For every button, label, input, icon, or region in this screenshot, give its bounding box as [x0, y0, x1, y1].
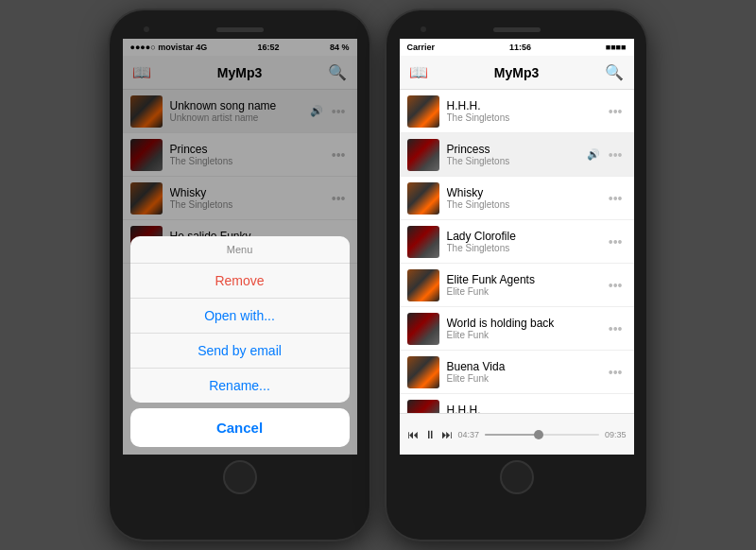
- right-more-btn-6[interactable]: •••: [605, 319, 627, 338]
- right-more-btn-2[interactable]: •••: [605, 146, 627, 164]
- right-song-item-2[interactable]: Princess The Singletons 🔊 •••: [400, 133, 634, 177]
- open-with-button[interactable]: Open with...: [130, 299, 350, 334]
- right-song-artist-2: The Singletons: [447, 156, 587, 166]
- left-phone: ●●●●○ movistar 4G 16:52 84 % 📖 MyMp3 🔍 U…: [110, 10, 369, 540]
- right-screen: Carrier 11:56 ■■■■ 📖 MyMp3 🔍 H.H.H. The …: [400, 39, 634, 455]
- right-song-artist-7: Elite Funk: [447, 373, 605, 384]
- pause-button[interactable]: ⏸: [424, 428, 436, 441]
- right-battery: ■■■■: [606, 43, 627, 52]
- remove-button[interactable]: Remove: [130, 264, 350, 299]
- player-bar: ⏮ ⏸ ⏭ 04:37 09:35: [400, 413, 634, 455]
- right-song-info-3: Whisky The Singletons: [447, 186, 605, 210]
- right-nav-title: MyMp3: [494, 65, 539, 80]
- right-song-name-4: Lady Clorofile: [447, 230, 605, 243]
- right-song-name-6: World is holding back: [447, 317, 605, 330]
- rename-button[interactable]: Rename...: [130, 369, 350, 403]
- right-song-name-5: Elite Funk Agents: [447, 273, 605, 286]
- right-song-info-4: Lady Clorofile The Singletons: [447, 230, 605, 253]
- right-thumb-7: [407, 356, 439, 388]
- cancel-button[interactable]: Cancel: [130, 408, 350, 447]
- right-thumb-2: [407, 139, 439, 171]
- forward-button[interactable]: ⏭: [441, 428, 453, 441]
- right-song-info-6: World is holding back Elite Funk: [447, 317, 605, 340]
- right-thumb-6: [407, 313, 439, 345]
- right-phone: Carrier 11:56 ■■■■ 📖 MyMp3 🔍 H.H.H. The …: [387, 10, 646, 540]
- left-home-button[interactable]: [223, 460, 257, 494]
- right-speaker-icon-2: 🔊: [587, 148, 600, 161]
- right-more-btn-3[interactable]: •••: [605, 189, 627, 208]
- right-thumb-5: [407, 269, 439, 301]
- right-status-bar: Carrier 11:56 ■■■■: [400, 39, 634, 56]
- right-song-name-2: Princess: [447, 143, 587, 156]
- right-song-artist-5: Elite Funk: [447, 286, 605, 297]
- right-song-item-3[interactable]: Whisky The Singletons •••: [400, 177, 634, 220]
- modal-overlay: Menu Remove Open with... Send by email R…: [123, 39, 357, 455]
- right-song-artist-3: The Singletons: [447, 199, 605, 210]
- right-phone-top-bar: [392, 20, 641, 39]
- right-carrier: Carrier: [407, 43, 436, 52]
- action-sheet-title: Menu: [130, 236, 350, 264]
- right-song-artist-1: The Singletons: [447, 112, 605, 123]
- left-speaker: [216, 27, 264, 32]
- right-song-name-3: Whisky: [447, 186, 605, 199]
- right-song-item-6[interactable]: World is holding back Elite Funk •••: [400, 307, 634, 351]
- rewind-button[interactable]: ⏮: [407, 428, 419, 441]
- right-song-actions-2: 🔊 •••: [587, 146, 627, 164]
- right-song-list: H.H.H. The Singletons ••• Princess The S…: [400, 90, 634, 447]
- send-email-button[interactable]: Send by email: [130, 334, 350, 369]
- right-song-info-7: Buena Vida Elite Funk: [447, 360, 605, 384]
- right-thumb-1: [407, 95, 439, 128]
- right-thumb-3: [407, 182, 439, 215]
- left-camera: [144, 26, 149, 32]
- right-song-name-1: H.H.H.: [447, 99, 605, 112]
- right-search-icon[interactable]: 🔍: [605, 63, 624, 81]
- right-more-btn-4[interactable]: •••: [605, 232, 627, 251]
- right-book-icon[interactable]: 📖: [409, 63, 428, 81]
- progress-fill: [485, 434, 539, 436]
- right-nav-bar: 📖 MyMp3 🔍: [400, 56, 634, 90]
- right-song-artist-4: The Singletons: [447, 243, 605, 253]
- total-time: 09:35: [605, 430, 627, 439]
- progress-thumb: [534, 430, 543, 439]
- right-song-item-1[interactable]: H.H.H. The Singletons •••: [400, 90, 634, 133]
- right-song-info-2: Princess The Singletons: [447, 143, 587, 166]
- progress-bar[interactable]: [485, 434, 599, 436]
- right-speaker: [493, 27, 541, 32]
- right-more-btn-5[interactable]: •••: [605, 276, 627, 295]
- right-more-btn-1[interactable]: •••: [605, 102, 627, 121]
- right-song-name-7: Buena Vida: [447, 360, 605, 373]
- right-more-btn-7[interactable]: •••: [605, 363, 627, 382]
- right-song-item-4[interactable]: Lady Clorofile The Singletons •••: [400, 220, 634, 264]
- right-song-item-7[interactable]: Buena Vida Elite Funk •••: [400, 351, 634, 394]
- right-song-info-5: Elite Funk Agents Elite Funk: [447, 273, 605, 297]
- right-song-artist-6: Elite Funk: [447, 330, 605, 340]
- right-camera: [421, 26, 426, 32]
- current-time: 04:37: [458, 430, 480, 439]
- right-home-button[interactable]: [500, 460, 534, 494]
- right-time: 11:56: [509, 43, 531, 52]
- left-screen: ●●●●○ movistar 4G 16:52 84 % 📖 MyMp3 🔍 U…: [123, 39, 357, 455]
- right-song-item-5[interactable]: Elite Funk Agents Elite Funk •••: [400, 264, 634, 307]
- action-sheet: Menu Remove Open with... Send by email R…: [130, 236, 350, 403]
- left-phone-top-bar: [115, 20, 364, 39]
- right-song-info-1: H.H.H. The Singletons: [447, 99, 605, 123]
- right-thumb-4: [407, 226, 439, 258]
